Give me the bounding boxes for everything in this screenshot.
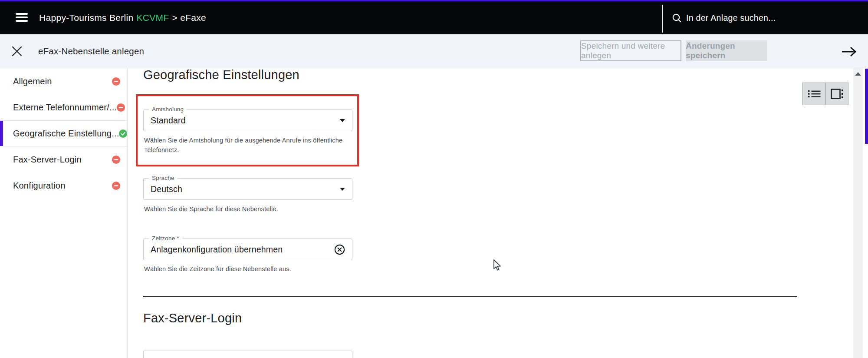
sidebar-item-label: Allgemein [13,76,52,86]
field-helper-text: Wählen Sie die Amtsholung für die ausgeh… [144,136,351,155]
field-amtsholung: Amtsholung Standard Wählen Sie die Amtsh… [143,109,352,131]
field-label: Amtsholung [149,106,187,113]
sidebar-item-label: Geografische Einstellung... [13,129,119,139]
sprache-select[interactable]: Sprache Deutsch [143,178,352,200]
save-and-create-another-button[interactable]: Speichern und weitere anlegen [580,40,681,61]
complete-status-icon [119,129,127,138]
section-heading-fax-server-login: Fax-Server-Login [143,311,242,325]
page-title: eFax-Nebenstelle anlegen [38,34,144,68]
search-input[interactable]: In der Anlage suchen... [672,1,776,34]
amtsholung-select[interactable]: Amtsholung Standard [143,109,352,131]
scrollbar-up-arrow[interactable] [853,70,863,78]
header-divider [662,5,663,33]
list-view-button[interactable] [803,83,825,105]
chevron-down-icon [340,188,345,191]
incomplete-status-icon [112,182,120,190]
field-helper-text: Wählen Sie die Zeitzone für diese Nebens… [144,265,351,274]
sidebar-item-externe-telefonnummer[interactable]: Externe Telefonnummer/... [0,94,127,120]
field-value: Anlagenkonfiguration übernehmen [151,245,283,255]
dialog-toolbar: eFax-Nebenstelle anlegen Speichern und w… [0,34,868,68]
sidebar-item-label: Konfiguration [13,181,65,191]
hamburger-menu-icon[interactable] [16,13,28,22]
panel-view-icon [831,89,844,99]
breadcrumb-tenant-name: Happy-Tourisms Berlin [39,13,134,23]
zeitzone-input[interactable]: Zeitzone * Anlagenkonfiguration übernehm… [143,239,352,260]
incomplete-status-icon [117,103,125,112]
sidebar-item-allgemein[interactable]: Allgemein [0,68,127,94]
panel-scrollbar-track[interactable] [853,68,863,358]
field-value: Deutsch [151,184,182,194]
forward-arrow-icon[interactable] [841,46,858,57]
screen: Happy-Tourisms Berlin KCVMF > eFaxe In d… [0,0,868,358]
close-icon[interactable] [11,46,23,57]
incomplete-status-icon [112,156,120,164]
clear-value-icon[interactable] [334,244,345,255]
breadcrumb[interactable]: Happy-Tourisms Berlin KCVMF > eFaxe [39,1,206,34]
sidebar-item-geografische-einstellungen[interactable]: Geografische Einstellung... [0,120,127,146]
chevron-down-icon [340,119,345,122]
sidebar-item-label: Externe Telefonnummer/... [13,103,117,113]
field-sprache: Sprache Deutsch Wählen Sie die Sprache f… [143,178,352,200]
next-field-partial[interactable] [143,351,352,358]
sidebar-item-konfiguration[interactable]: Konfiguration [0,172,127,199]
save-changes-button[interactable]: Änderungen speichern [686,40,767,61]
sidebar-item-fax-server-login[interactable]: Fax-Server-Login [0,146,127,172]
field-value: Standard [151,116,186,126]
page-scrollbar-thumb[interactable] [865,69,868,144]
field-zeitzone: Zeitzone * Anlagenkonfiguration übernehm… [143,239,352,260]
search-icon [672,13,681,23]
form-section-nav: Allgemein Externe Telefonnummer/... Geog… [0,68,128,358]
app-bar: Happy-Tourisms Berlin KCVMF > eFaxe In d… [0,1,868,34]
field-label: Sprache [149,175,178,181]
search-placeholder: In der Anlage suchen... [686,13,776,23]
breadcrumb-tenant-code: KCVMF [137,13,169,23]
list-view-icon [808,89,821,99]
panel-view-button[interactable] [825,83,848,105]
mouse-cursor [491,259,502,272]
sidebar-item-label: Fax-Server-Login [13,155,82,165]
breadcrumb-page: > eFaxe [172,13,207,23]
field-label: Zeitzone * [149,235,182,242]
incomplete-status-icon [112,77,120,86]
view-toggle-group [802,83,848,105]
section-divider [143,296,797,297]
field-helper-text: Wählen Sie die Sprache für diese Nebenst… [144,205,351,214]
section-heading-geografische-einstellungen: Geografische Einstellungen [143,68,299,82]
